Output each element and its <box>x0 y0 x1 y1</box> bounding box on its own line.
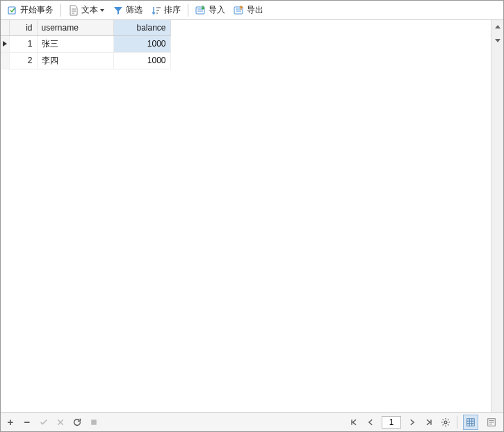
stop-button[interactable] <box>88 417 99 428</box>
chevron-up-icon <box>495 25 501 28</box>
navigation-controls <box>348 415 499 430</box>
import-label: 导入 <box>209 4 225 16</box>
svg-rect-3 <box>91 419 97 425</box>
prev-page-button[interactable] <box>365 417 376 428</box>
row-handle[interactable] <box>1 35 9 52</box>
settings-button[interactable] <box>440 417 451 428</box>
column-header-balance[interactable]: balance <box>113 20 170 35</box>
refresh-button[interactable] <box>72 417 83 428</box>
svg-rect-5 <box>467 418 475 426</box>
filter-button[interactable]: 筛选 <box>109 3 146 17</box>
chevron-down-icon <box>495 39 501 42</box>
record-edit-controls: + − <box>5 417 99 428</box>
begin-transaction-button[interactable]: 开始事务 <box>3 3 57 17</box>
sort-button[interactable]: 排序 <box>147 3 184 17</box>
sort-label: 排序 <box>164 4 181 16</box>
cell-balance[interactable]: 1000 <box>113 52 170 69</box>
document-icon <box>68 5 79 16</box>
header-row: id username balance <box>1 20 170 35</box>
filter-icon <box>113 5 124 16</box>
import-button[interactable]: 导入 <box>192 3 229 17</box>
form-view-button[interactable] <box>484 415 499 430</box>
add-record-button[interactable]: + <box>5 417 16 428</box>
cancel-changes-button[interactable] <box>55 417 66 428</box>
export-icon <box>234 5 245 16</box>
statusbar-separator <box>457 416 457 429</box>
cell-id[interactable]: 1 <box>9 35 37 52</box>
grid-view-button[interactable] <box>463 415 478 430</box>
import-icon <box>195 5 206 16</box>
sort-icon <box>151 5 162 16</box>
text-label: 文本 <box>81 4 98 16</box>
cell-balance[interactable]: 1000 <box>113 35 170 52</box>
begin-transaction-label: 开始事务 <box>20 4 54 16</box>
toolbar: 开始事务 文本 筛选 排序 导入 导出 <box>1 1 503 20</box>
next-page-button[interactable] <box>407 417 418 428</box>
scroll-up-button[interactable] <box>491 20 503 33</box>
vertical-scrollbar[interactable] <box>491 20 503 412</box>
current-row-marker-icon <box>3 41 7 47</box>
apply-changes-button[interactable] <box>38 417 49 428</box>
filter-label: 筛选 <box>126 4 143 16</box>
first-page-button[interactable] <box>348 417 359 428</box>
status-bar: + − <box>1 412 503 431</box>
toolbar-separator <box>60 4 61 17</box>
export-label: 导出 <box>247 4 263 16</box>
row-handle[interactable] <box>1 52 9 69</box>
data-table: id username balance 1 张三 1000 2 李四 1000 <box>1 20 171 69</box>
cell-username[interactable]: 李四 <box>37 52 113 69</box>
export-button[interactable]: 导出 <box>230 3 267 17</box>
text-button[interactable]: 文本 <box>65 3 108 17</box>
svg-rect-0 <box>8 7 15 14</box>
cell-id[interactable]: 2 <box>9 52 37 69</box>
dropdown-caret-icon <box>100 9 104 12</box>
main-area: id username balance 1 张三 1000 2 李四 1000 <box>1 20 503 412</box>
transaction-icon <box>7 5 18 16</box>
toolbar-separator <box>188 4 188 17</box>
last-page-button[interactable] <box>423 417 434 428</box>
table-row[interactable]: 1 张三 1000 <box>1 35 170 52</box>
column-header-username[interactable]: username <box>37 20 113 35</box>
cell-username[interactable]: 张三 <box>37 35 113 52</box>
scroll-down-button[interactable] <box>491 34 503 47</box>
table-row[interactable]: 2 李四 1000 <box>1 52 170 69</box>
column-header-id[interactable]: id <box>9 20 37 35</box>
delete-record-button[interactable]: − <box>22 417 33 428</box>
svg-point-4 <box>444 421 447 424</box>
row-handle-header <box>1 20 9 35</box>
data-grid[interactable]: id username balance 1 张三 1000 2 李四 1000 <box>1 20 491 412</box>
page-number-input[interactable] <box>382 416 401 429</box>
